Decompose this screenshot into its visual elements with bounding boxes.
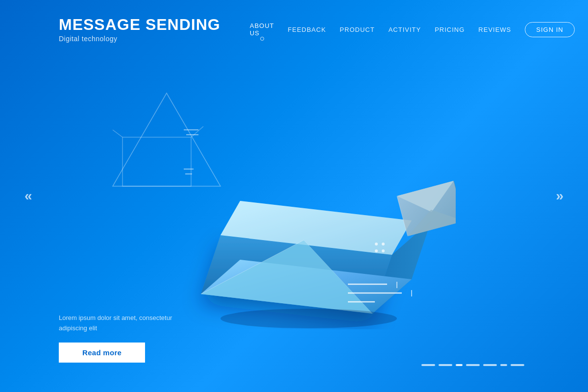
svg-line-6 xyxy=(113,130,122,137)
svg-rect-34 xyxy=(466,364,480,366)
svg-rect-37 xyxy=(511,364,524,366)
svg-marker-0 xyxy=(113,93,220,186)
svg-rect-33 xyxy=(456,364,463,366)
svg-marker-15 xyxy=(220,201,412,255)
svg-marker-11 xyxy=(220,201,412,255)
svg-point-24 xyxy=(375,249,378,252)
nav-item-product[interactable]: PRODUCT xyxy=(340,26,374,33)
envelope-illustration xyxy=(137,88,456,343)
svg-marker-19 xyxy=(403,202,456,236)
dot-decoration xyxy=(372,240,387,255)
header: MESSAGE SENDING Digital technology ABOUT… xyxy=(0,0,588,59)
svg-line-21 xyxy=(454,181,456,221)
svg-line-13 xyxy=(201,240,304,294)
svg-rect-36 xyxy=(500,364,507,366)
nav-item-about[interactable]: ABOUT US xyxy=(250,22,274,37)
brand-title: MESSAGE SENDING xyxy=(59,16,220,33)
svg-marker-10 xyxy=(201,260,412,314)
svg-marker-18 xyxy=(397,181,456,220)
lorem-text: Lorem ipsum dolor sit amet, consectetur … xyxy=(59,313,172,334)
decorative-wireframe xyxy=(108,88,225,225)
svg-point-23 xyxy=(382,243,385,245)
svg-marker-8 xyxy=(201,235,392,314)
svg-line-14 xyxy=(304,240,372,314)
sign-in-button[interactable]: SIGN IN xyxy=(525,22,574,37)
svg-rect-35 xyxy=(483,364,497,366)
pagination-dashes xyxy=(421,363,529,368)
svg-marker-9 xyxy=(372,220,431,314)
svg-point-22 xyxy=(375,243,378,245)
nav-item-pricing[interactable]: PRICING xyxy=(435,26,465,33)
svg-line-20 xyxy=(397,196,408,236)
read-more-button[interactable]: Read more xyxy=(59,343,145,363)
nav-item-feedback[interactable]: FEEDBACK xyxy=(288,26,326,33)
svg-line-7 xyxy=(191,126,203,137)
brand: MESSAGE SENDING Digital technology xyxy=(59,16,220,42)
prev-arrow[interactable]: « xyxy=(24,188,32,204)
next-arrow[interactable]: » xyxy=(556,188,564,204)
svg-marker-12 xyxy=(201,240,372,314)
svg-rect-31 xyxy=(421,364,435,366)
svg-point-25 xyxy=(382,249,385,252)
main-nav: ABOUT US FEEDBACK PRODUCT ACTIVITY PRICI… xyxy=(250,22,575,37)
nav-item-reviews[interactable]: REVIEWS xyxy=(478,26,511,33)
hero-bottom: Lorem ipsum dolor sit amet, consectetur … xyxy=(59,313,172,363)
svg-rect-17 xyxy=(397,181,456,236)
svg-rect-1 xyxy=(122,137,191,186)
nav-item-activity[interactable]: ACTIVITY xyxy=(389,26,421,33)
svg-rect-32 xyxy=(439,364,452,366)
brand-subtitle: Digital technology xyxy=(59,35,220,43)
svg-point-16 xyxy=(220,309,397,328)
line-decoration xyxy=(348,279,426,309)
